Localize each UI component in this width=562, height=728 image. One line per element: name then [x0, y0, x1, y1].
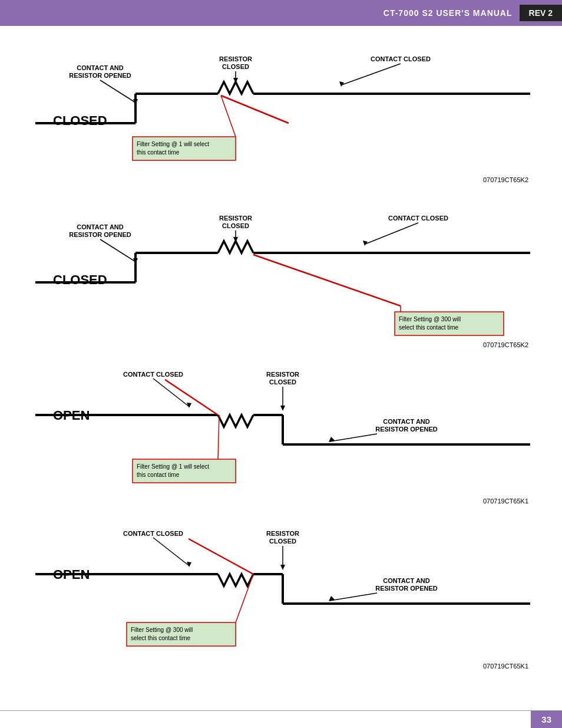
- svg-text:CONTACT AND: CONTACT AND: [383, 577, 429, 584]
- page-header: CT-7000 S2 USER'S MANUAL REV 2: [0, 0, 562, 26]
- svg-text:CLOSED: CLOSED: [222, 63, 249, 70]
- svg-rect-17: [133, 137, 236, 160]
- svg-marker-78: [280, 565, 285, 570]
- svg-text:070719CT65K1: 070719CT65K1: [483, 663, 528, 670]
- svg-text:RESISTOR: RESISTOR: [219, 215, 252, 222]
- svg-text:CLOSED: CLOSED: [222, 222, 249, 229]
- svg-text:CONTACT CLOSED: CONTACT CLOSED: [123, 371, 183, 378]
- svg-line-30: [100, 239, 135, 262]
- main-content: CLOSED CONTACT AND RESISTOR OPENED: [0, 26, 562, 692]
- svg-line-20: [221, 95, 236, 137]
- svg-text:CONTACT CLOSED: CONTACT CLOSED: [371, 55, 431, 62]
- svg-line-5: [221, 95, 289, 123]
- svg-text:RESISTOR OPENED: RESISTOR OPENED: [375, 426, 438, 433]
- svg-text:CONTACT AND: CONTACT AND: [77, 223, 123, 230]
- svg-text:CLOSED: CLOSED: [269, 378, 296, 386]
- svg-marker-13: [233, 78, 238, 83]
- svg-text:CONTACT CLOSED: CONTACT CLOSED: [388, 215, 448, 222]
- svg-text:RESISTOR: RESISTOR: [266, 371, 299, 378]
- svg-text:RESISTOR: RESISTOR: [266, 530, 299, 537]
- svg-line-71: [189, 539, 253, 574]
- svg-text:RESISTOR OPENED: RESISTOR OPENED: [375, 585, 438, 592]
- svg-line-37: [365, 223, 418, 244]
- svg-text:CLOSED: CLOSED: [269, 538, 296, 545]
- svg-line-81: [330, 593, 377, 601]
- svg-rect-39: [395, 312, 504, 335]
- svg-text:Filter Setting @ 1 will select: Filter Setting @ 1 will select: [137, 141, 209, 147]
- svg-text:this contact time: this contact time: [137, 472, 180, 478]
- svg-text:RESISTOR OPENED: RESISTOR OPENED: [69, 72, 131, 79]
- svg-line-73: [153, 538, 189, 565]
- svg-text:RESISTOR OPENED: RESISTOR OPENED: [69, 231, 131, 238]
- svg-text:Filter Setting @ 300  will: Filter Setting @ 300 will: [399, 316, 461, 322]
- svg-line-8: [100, 80, 135, 103]
- svg-text:this contact time: this contact time: [137, 149, 180, 156]
- svg-text:070719CT65K2: 070719CT65K2: [483, 341, 528, 348]
- svg-rect-83: [127, 622, 236, 646]
- svg-line-59: [330, 434, 377, 442]
- svg-text:Filter Setting @ 300 will: Filter Setting @ 300 will: [131, 627, 193, 633]
- svg-marker-56: [280, 406, 285, 411]
- svg-text:CLOSED: CLOSED: [53, 272, 107, 287]
- svg-line-64: [218, 415, 219, 459]
- page-footer: 33: [0, 710, 562, 728]
- header-rev: REV 2: [520, 5, 562, 21]
- svg-text:CONTACT AND: CONTACT AND: [77, 64, 123, 71]
- svg-text:070719CT65K1: 070719CT65K1: [483, 498, 528, 505]
- svg-text:select this contact time: select this contact time: [131, 635, 191, 641]
- svg-text:070719CT65K2: 070719CT65K2: [483, 176, 528, 183]
- svg-line-49: [165, 380, 218, 415]
- page-number: 33: [531, 711, 562, 728]
- svg-text:Filter Setting @ 1 will select: Filter Setting @ 1 will select: [137, 463, 209, 470]
- svg-text:CONTACT CLOSED: CONTACT CLOSED: [123, 530, 183, 537]
- svg-text:RESISTOR: RESISTOR: [219, 55, 252, 62]
- diagram-3: OPEN CONTACT CLOSED RESISTOR CLOSED: [35, 356, 527, 509]
- svg-text:CLOSED: CLOSED: [53, 113, 107, 128]
- svg-marker-35: [233, 237, 238, 242]
- page-wrapper: CT-7000 S2 USER'S MANUAL REV 2 CLOSED: [0, 0, 562, 728]
- svg-text:CONTACT AND: CONTACT AND: [383, 418, 429, 425]
- diagram-2: CLOSED CONTACT AND RESISTOR OPENED: [35, 197, 527, 350]
- svg-line-15: [342, 64, 401, 85]
- svg-line-27: [253, 255, 401, 306]
- header-title: CT-7000 S2 USER'S MANUAL: [376, 5, 520, 21]
- diagram-4: OPEN CONTACT CLOSED RESISTOR CLOSED: [35, 515, 527, 674]
- svg-text:select this contact time: select this contact time: [399, 324, 459, 331]
- diagram-1: CLOSED CONTACT AND RESISTOR OPENED: [35, 38, 527, 191]
- svg-rect-61: [133, 459, 236, 483]
